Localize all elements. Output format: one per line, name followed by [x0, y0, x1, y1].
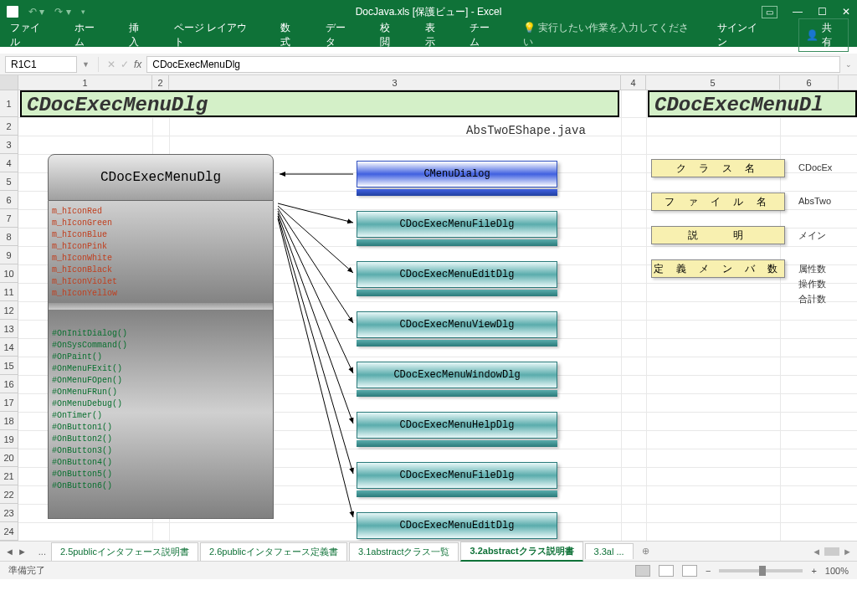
- col-header[interactable]: 1: [18, 75, 152, 90]
- fx-icon[interactable]: fx: [134, 59, 141, 70]
- row-header[interactable]: 15: [0, 357, 18, 375]
- class-member: m_hIconWhite: [52, 253, 269, 264]
- sheet-tab[interactable]: 3.1abstractクラス一覧: [349, 542, 459, 561]
- col-header[interactable]: 4: [621, 75, 646, 90]
- class-member: m_hIconPink: [52, 241, 269, 253]
- label-filename: フ ァ イ ル 名: [651, 192, 785, 211]
- row-header[interactable]: 19: [0, 430, 18, 449]
- val-total[interactable]: 合計数: [798, 293, 826, 305]
- sheet-tab-active[interactable]: 3.2abstractクラス説明書: [460, 542, 582, 562]
- row-header[interactable]: 4: [0, 154, 18, 172]
- save-icon[interactable]: [7, 6, 18, 18]
- new-sheet-icon[interactable]: ⊕: [642, 546, 649, 557]
- sheet-tab[interactable]: 2.6publicインタフェース定義書: [200, 542, 347, 561]
- col-header[interactable]: 5: [646, 75, 780, 90]
- ribbon-tab-formula[interactable]: 数式: [279, 18, 302, 53]
- svg-line-3: [278, 208, 353, 323]
- related-class: CDocExecMenuEditDlg: [357, 261, 557, 288]
- row-header[interactable]: 3: [0, 136, 18, 154]
- tab-scroll-right-icon[interactable]: ►: [843, 547, 852, 557]
- val-desc[interactable]: メイン: [798, 229, 826, 242]
- class-method: #OnButton2(): [52, 434, 269, 445]
- row-header[interactable]: 10: [0, 264, 18, 283]
- row-header[interactable]: 22: [0, 485, 18, 504]
- ribbon-tab-home[interactable]: ホーム: [73, 18, 105, 53]
- select-all-cell[interactable]: [0, 75, 18, 90]
- name-box[interactable]: [5, 56, 77, 73]
- ribbon-tab-data[interactable]: データ: [324, 18, 357, 53]
- row-header[interactable]: 14: [0, 338, 18, 357]
- val-filename[interactable]: AbsTwo: [798, 196, 831, 206]
- val-classname[interactable]: CDocEx: [798, 162, 832, 172]
- row-header[interactable]: 6: [0, 191, 18, 209]
- ribbon-options-icon[interactable]: ▭: [762, 6, 777, 18]
- formula-expand-icon[interactable]: ⌄: [845, 60, 852, 69]
- undo-icon[interactable]: ↶ ▾: [28, 6, 44, 18]
- zoom-level[interactable]: 100%: [825, 566, 849, 576]
- val-attr[interactable]: 属性数: [798, 263, 826, 275]
- tell-me[interactable]: 💡 実行したい作業を入力してください: [523, 21, 695, 49]
- class-method: #OnButton1(): [52, 422, 269, 434]
- related-class: CMenuDialog: [357, 161, 557, 187]
- sheet-tab[interactable]: 2.5publicインタフェース説明書: [51, 542, 198, 561]
- row-header[interactable]: 17: [0, 393, 18, 412]
- val-op[interactable]: 操作数: [798, 278, 826, 290]
- label-desc: 説 明: [651, 226, 785, 244]
- cancel-icon[interactable]: ✕: [107, 59, 115, 70]
- qat-more-icon[interactable]: ▾: [81, 8, 85, 16]
- ribbon-tab-insert[interactable]: 挿入: [127, 18, 151, 53]
- share-button[interactable]: 👤共有: [798, 18, 849, 52]
- ribbon-tab-view[interactable]: 表示: [423, 18, 447, 53]
- namebox-dropdown-icon[interactable]: ▼: [82, 60, 90, 69]
- row-header[interactable]: 9: [0, 246, 18, 264]
- ribbon-tab-team[interactable]: チーム: [468, 18, 500, 53]
- worksheet[interactable]: 1 2 3 4 5 6 1234567891011121314151617181…: [0, 75, 857, 541]
- tab-scroll-left-icon[interactable]: ◄: [812, 547, 821, 557]
- zoom-in-icon[interactable]: +: [811, 566, 816, 576]
- minimize-icon[interactable]: —: [793, 6, 803, 18]
- related-class: CDocExecMenuFileDlg: [357, 211, 557, 238]
- row-header[interactable]: 20: [0, 449, 18, 467]
- view-pagebreak-icon[interactable]: [682, 565, 697, 577]
- row-header[interactable]: 24: [0, 522, 18, 541]
- tab-nav-first-icon[interactable]: ◄: [5, 547, 14, 557]
- row-header[interactable]: 16: [0, 375, 18, 393]
- row-header[interactable]: 18: [0, 412, 18, 430]
- col-header[interactable]: 3: [169, 75, 621, 90]
- tabs-overflow[interactable]: ...: [33, 547, 51, 557]
- ribbon-tab-file[interactable]: ファイル: [8, 18, 51, 53]
- class-member: m_hIconRed: [52, 206, 269, 218]
- title-cell-1[interactable]: CDocExecMenuDlg: [20, 90, 619, 117]
- zoom-slider[interactable]: [719, 569, 803, 572]
- row-header[interactable]: 1: [0, 90, 18, 117]
- title-cell-2[interactable]: CDocExecMenuDl: [648, 90, 857, 117]
- enter-icon[interactable]: ✓: [121, 59, 129, 70]
- col-header[interactable]: 6: [780, 75, 839, 90]
- maximize-icon[interactable]: ☐: [818, 6, 827, 18]
- row-header[interactable]: 21: [0, 467, 18, 485]
- view-layout-icon[interactable]: [659, 565, 674, 577]
- row-header[interactable]: 23: [0, 504, 18, 522]
- row-header[interactable]: 11: [0, 283, 18, 301]
- zoom-out-icon[interactable]: −: [706, 566, 711, 576]
- row-header[interactable]: 12: [0, 301, 18, 320]
- tab-scroll-thumb[interactable]: [824, 547, 839, 556]
- col-header[interactable]: 2: [152, 75, 169, 90]
- redo-icon[interactable]: ↷ ▾: [54, 6, 70, 18]
- tab-nav-last-icon[interactable]: ►: [18, 547, 27, 557]
- filename-cell[interactable]: AbsTwoEShape.java: [466, 124, 586, 137]
- sheet-tab[interactable]: 3.3al ...: [585, 543, 634, 559]
- grid-area[interactable]: CDocExecMenuDlg CDocExecMenuDl AbsTwoESh…: [18, 90, 857, 541]
- row-header[interactable]: 2: [0, 117, 18, 136]
- signin-link[interactable]: サインイン: [717, 21, 767, 49]
- row-header[interactable]: 8: [0, 228, 18, 246]
- view-normal-icon[interactable]: [635, 565, 650, 577]
- row-header[interactable]: 5: [0, 172, 18, 191]
- row-header[interactable]: 13: [0, 320, 18, 338]
- row-header[interactable]: 7: [0, 209, 18, 228]
- class-name: CDocExecMenuDlg: [48, 154, 274, 201]
- formula-input[interactable]: [146, 56, 840, 73]
- ribbon-tab-review[interactable]: 校閲: [378, 18, 402, 53]
- close-icon[interactable]: ✕: [842, 6, 850, 18]
- ribbon-tab-layout[interactable]: ページ レイアウト: [172, 18, 257, 53]
